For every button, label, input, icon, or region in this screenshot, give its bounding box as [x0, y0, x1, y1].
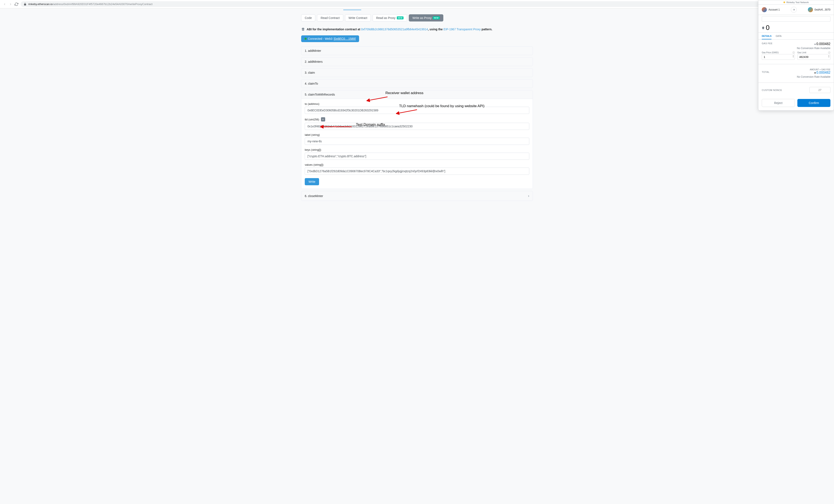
tab-write-contract[interactable]: Write Contract: [345, 14, 371, 21]
abi-suffix: pattern.: [481, 28, 492, 31]
back-button[interactable]: [2, 2, 7, 6]
new-badge: NEW: [433, 17, 440, 19]
arrow-right-icon: [791, 7, 797, 13]
stepper-icon[interactable]: ▲▼: [828, 55, 830, 58]
tab-details[interactable]: DETAILS: [762, 35, 771, 39]
account-name: Account 1: [768, 8, 780, 11]
url-bar[interactable]: rinkeby.etherscan.io/address/0xdAAf99A92…: [21, 1, 810, 7]
tld-input[interactable]: [305, 123, 529, 130]
tab-read-contract[interactable]: Read Contract: [317, 14, 343, 21]
total-section: AMOUNT + GAS FEE TOTAL ♦0.000482 No Conv…: [759, 66, 834, 81]
network-indicator[interactable]: Rinkeby Test Network: [759, 0, 834, 5]
reject-button[interactable]: Reject: [762, 99, 795, 107]
contract-tabs: Code Read Contract Write Contract Read a…: [301, 14, 533, 21]
keys-label: keys (string[]): [305, 148, 529, 151]
total-value: ♦0.000482: [814, 71, 830, 74]
fn-claim[interactable]: 3. claim: [301, 68, 533, 77]
lock-icon: [24, 3, 26, 6]
browser-chrome: rinkeby.etherscan.io/address/0xdAAf99A92…: [0, 0, 834, 8]
proxy-pattern-link[interactable]: EIP-1967 Transparent Proxy: [443, 28, 481, 31]
label-input[interactable]: [305, 138, 529, 145]
url-text: rinkeby.etherscan.io/address/0xdAAf99A92…: [28, 2, 152, 6]
nonce-section: CUSTOM NONCE: [759, 85, 834, 96]
active-tab-indicator: [343, 8, 361, 10]
gas-fee-label: GAS FEE: [762, 42, 772, 45]
to-address: 0xdAAf...3070: [815, 8, 830, 11]
main-content: Code Read Contract Write Contract Read a…: [297, 8, 537, 211]
chevron-right-icon: ›: [528, 194, 529, 198]
no-rate-text: No Conversion Rate Available: [762, 47, 830, 50]
to-input[interactable]: [305, 107, 529, 114]
web3-status[interactable]: Connected - Web3 [0x6EC0....1589]: [301, 36, 359, 42]
total-label: TOTAL: [762, 71, 770, 73]
avatar-icon: [808, 7, 813, 12]
to-label: to (address): [305, 102, 529, 106]
nonce-input[interactable]: [809, 87, 830, 93]
values-input[interactable]: [305, 167, 529, 175]
web3-label: Connected - Web3: [308, 37, 332, 40]
gas-fee-value: ♦0.000482: [814, 42, 830, 46]
values-label: values (string[]): [305, 163, 529, 166]
eth-amount: ♦ 0: [762, 24, 830, 31]
network-dot-icon: [784, 1, 785, 3]
tab-write-proxy[interactable]: Write as Proxy NEW: [409, 14, 443, 21]
mm-tabs: DETAILS DATA: [759, 32, 834, 40]
abi-info: ABI for the implementation contract at 0…: [301, 27, 533, 31]
confirm-button[interactable]: Confirm: [797, 99, 830, 107]
info-icon[interactable]: i: [828, 51, 830, 54]
tab-data[interactable]: DATA: [776, 35, 782, 39]
nav-arrows: [2, 2, 19, 6]
avatar-icon: [762, 7, 767, 12]
fn-addminter[interactable]: 1. addMinter: [301, 46, 533, 55]
gas-section: GAS FEE ♦0.000482 No Conversion Rate Ava…: [759, 40, 834, 62]
amount-gas-label: AMOUNT + GAS FEE: [762, 68, 830, 71]
nonce-label: CUSTOM NONCE: [762, 89, 782, 91]
add-tld-button[interactable]: +: [321, 117, 325, 121]
tab-write-proxy-label: Write as Proxy: [412, 16, 432, 20]
tld-label: tld (uint256) +: [305, 117, 529, 121]
tab-read-proxy[interactable]: Read as Proxy NEW: [373, 14, 407, 21]
gas-price-input[interactable]: [762, 54, 795, 60]
label-label: label (string): [305, 133, 529, 136]
fn-header[interactable]: 5. claimToWithRecords: [301, 90, 533, 99]
gas-limit-input[interactable]: [797, 54, 830, 60]
tab-code[interactable]: Code: [301, 14, 315, 21]
mm-balance-section: ♦ 0: [759, 15, 834, 32]
mm-header: Account 1 0xdAAf...3070: [759, 5, 834, 15]
mm-action-buttons: Reject Confirm: [759, 96, 834, 110]
hex-data-input[interactable]: [762, 16, 830, 22]
fn-claimto[interactable]: 4. claimTo: [301, 79, 533, 88]
fn-claimtowithrecords: 5. claimToWithRecords to (address) tld (…: [301, 90, 533, 189]
reload-button[interactable]: [14, 2, 19, 6]
metamask-popup: Rinkeby Test Network Account 1 0xdAAf...…: [758, 0, 834, 111]
layers-icon: [301, 27, 305, 31]
stepper-icon[interactable]: ▲▼: [792, 55, 794, 58]
gas-limit-label: Gas Limiti: [797, 51, 830, 54]
tab-read-proxy-label: Read as Proxy: [376, 16, 396, 20]
connected-dot-icon: [305, 38, 307, 40]
fn-addminters[interactable]: 2. addMinters: [301, 57, 533, 66]
fn-closeminter[interactable]: 6. closeMinter ›: [301, 191, 533, 201]
abi-prefix: ABI for the implementation contract at: [307, 28, 361, 31]
no-rate-text-2: No Conversion Rate Available: [762, 75, 830, 78]
web3-address: [0x6EC0....1589]: [334, 37, 355, 40]
to-account[interactable]: 0xdAAf...3070: [808, 7, 830, 12]
abi-middle: , using the: [428, 28, 443, 31]
gas-price-label: Gas Price (GWEI)i: [762, 51, 795, 54]
info-icon[interactable]: i: [792, 51, 795, 54]
keys-input[interactable]: [305, 153, 529, 160]
new-badge: NEW: [397, 17, 404, 19]
write-button[interactable]: Write: [305, 178, 319, 185]
impl-address-link[interactable]: 0xf709d8b2c9881378d50653521a9fb64e454199…: [361, 28, 428, 31]
eth-icon: ♦: [762, 24, 765, 31]
forward-button[interactable]: [8, 2, 13, 6]
from-account[interactable]: Account 1: [762, 7, 780, 12]
